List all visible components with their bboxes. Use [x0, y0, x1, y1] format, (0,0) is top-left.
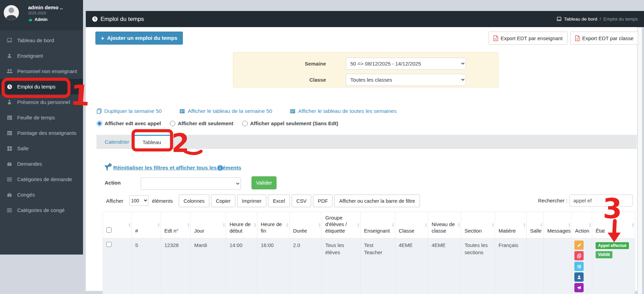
details-list-button[interactable] [574, 262, 584, 271]
sort-icon[interactable] [425, 222, 427, 227]
filter-reset-icon[interactable] [104, 163, 112, 172]
week-filter-panel: Semaine 50 => 08/12/2025 - 14/12/2025 Cl… [233, 52, 499, 87]
sidebar-item-demandes[interactable]: Demandes [0, 156, 83, 172]
sidebar-item-personnel-non-enseignant[interactable]: Personnel non enseignant [0, 63, 83, 79]
col-classe[interactable]: Classe [395, 212, 428, 238]
col-niveau[interactable]: Niveau de classe [428, 212, 461, 238]
breadcrumb-home[interactable]: Tableau de bord [564, 16, 597, 22]
validate-button[interactable]: Valider [251, 176, 277, 189]
scrollbar[interactable] [637, 27, 642, 294]
radio-edt-seulement[interactable]: Afficher edt seulement [170, 120, 233, 126]
sort-icon[interactable] [524, 222, 525, 227]
announce-button[interactable] [574, 283, 584, 292]
sort-icon[interactable] [392, 222, 394, 227]
add-timetable-label: Ajouter un emploi du temps [107, 35, 177, 41]
sort-icon[interactable] [129, 222, 130, 227]
show-week-table-link[interactable]: Afficher le tableau de la semaine 50 [179, 108, 272, 114]
sort-icon[interactable] [541, 222, 542, 227]
col-enseignant[interactable]: Enseignant [361, 212, 395, 238]
tab-bar: Calendrier Tableau [96, 135, 637, 149]
col-action[interactable]: Action [572, 212, 592, 238]
sidebar-item-enseignant[interactable]: Enseignant [0, 48, 83, 63]
student-button[interactable] [574, 272, 584, 282]
col-edt-no[interactable]: Edt n° [161, 212, 191, 238]
columns-button[interactable]: Colonnes [179, 195, 209, 207]
sort-icon[interactable] [458, 222, 460, 227]
timetable-table: # Edt n° Jour Heure de début Heure de fi… [103, 212, 635, 294]
show-all-weeks-table-link[interactable]: Afficher le tableau de toutes les semain… [290, 108, 397, 114]
sidebar-item-salle[interactable]: Salle [0, 141, 83, 156]
sort-icon[interactable] [319, 222, 320, 227]
sidebar-item-emploi-du-temps[interactable]: Emploi du temps [0, 79, 83, 94]
sort-icon[interactable] [158, 222, 160, 227]
export-edt-teacher-button[interactable]: Export EDT par enseignant [489, 32, 567, 45]
col-heure-fin[interactable]: Heure de fin [257, 212, 290, 238]
col-section[interactable]: Section [461, 212, 495, 238]
cell-duree: 2.0 [290, 238, 322, 294]
table-icon [290, 109, 295, 114]
add-timetable-button[interactable]: + Ajouter un emploi du temps [95, 32, 183, 45]
col-matiere[interactable]: Matière [495, 212, 527, 238]
csv-button[interactable]: CSV [292, 195, 312, 207]
sort-icon[interactable] [254, 222, 256, 227]
avatar-photo-icon [4, 5, 19, 20]
tab-calendrier[interactable]: Calendrier [101, 135, 133, 149]
radio-label: Afficher appel seulement (Sans Edt) [250, 120, 338, 126]
radio-input[interactable] [170, 121, 175, 126]
copy-icon [577, 254, 582, 258]
radio-input[interactable] [242, 121, 248, 126]
sort-icon[interactable] [358, 222, 359, 227]
sort-icon[interactable] [569, 222, 570, 227]
page-length-select[interactable]: 100 [129, 195, 149, 206]
row-checkbox[interactable] [106, 242, 112, 247]
export-buttons: Export EDT par enseignant Export EDT par… [489, 32, 638, 45]
select-all-checkbox[interactable] [106, 227, 112, 233]
info-icon[interactable] [217, 165, 223, 171]
page: admin demo .. 2025-2026 Admin Tableau de… [0, 0, 644, 294]
pdf-button[interactable]: PDF [313, 195, 332, 207]
tab-tableau[interactable]: Tableau [133, 135, 171, 149]
duplicate-button[interactable] [574, 251, 584, 260]
export-edt-class-button[interactable]: Export EDT par classe [570, 32, 639, 45]
col-heure-debut[interactable]: Heure de début [226, 212, 257, 238]
megaphone-icon [577, 285, 582, 290]
sort-icon[interactable] [223, 222, 225, 227]
duplicate-week-link[interactable]: Dupliquer la semaine 50 [97, 108, 162, 114]
radio-appel-seulement[interactable]: Afficher appel seulement (Sans Edt) [242, 120, 338, 126]
clock-icon [6, 84, 13, 90]
radio-edt-avec-appel[interactable]: Afficher edt avec appel [97, 120, 161, 126]
col-salle[interactable]: Salle [527, 212, 544, 238]
sort-icon[interactable] [632, 222, 634, 227]
col-num[interactable]: # [132, 212, 161, 238]
col-duree[interactable]: Durée [290, 212, 322, 238]
sidebar-item-categories-de-conge[interactable]: Catégories de congé [0, 202, 83, 218]
export-edt-class-label: Export EDT par classe [582, 35, 634, 41]
search-input[interactable] [570, 195, 633, 207]
toggle-filter-bar-button[interactable]: Afficher ou cacher la barre de filtre [334, 195, 420, 207]
col-jour[interactable]: Jour [191, 212, 226, 238]
edit-button[interactable] [574, 240, 584, 250]
class-select[interactable]: Toutes les classes [346, 74, 466, 86]
sidebar-item-categories-de-demande[interactable]: Catégories de demande [0, 172, 83, 187]
user-panel: admin demo .. 2025-2026 Admin [0, 0, 83, 30]
sort-icon[interactable] [492, 222, 494, 227]
sidebar-item-conges[interactable]: Congés [0, 187, 83, 202]
sidebar-item-tableau-de-bord[interactable]: Tableau de bord [0, 33, 83, 48]
show-week-table-label: Afficher le tableau de la semaine 50 [188, 108, 272, 114]
sort-icon[interactable] [589, 222, 591, 227]
radio-input[interactable] [97, 121, 102, 126]
sidebar-item-presence-du-personnel[interactable]: Présence du personnel [0, 94, 83, 110]
col-groupe[interactable]: Groupe d'élèves / étiquette [322, 212, 361, 238]
week-select[interactable]: 50 => 08/12/2025 - 14/12/2025 [346, 58, 466, 70]
action-select[interactable] [141, 177, 241, 190]
col-messages[interactable]: Messages [544, 212, 572, 238]
sort-icon[interactable] [286, 222, 288, 227]
sidebar-item-feuille-de-temps[interactable]: Feuille de temps [0, 110, 83, 125]
col-etat[interactable]: État [592, 212, 635, 238]
sidebar-item-pointage-des-enseignants[interactable]: Pointage des enseignants [0, 125, 83, 141]
cell-niveau: 4EME [428, 238, 461, 294]
print-button[interactable]: Imprimer [237, 195, 266, 207]
sort-icon[interactable] [188, 222, 189, 227]
copy-button[interactable]: Copier [211, 195, 235, 207]
excel-button[interactable]: Excel [268, 195, 290, 207]
